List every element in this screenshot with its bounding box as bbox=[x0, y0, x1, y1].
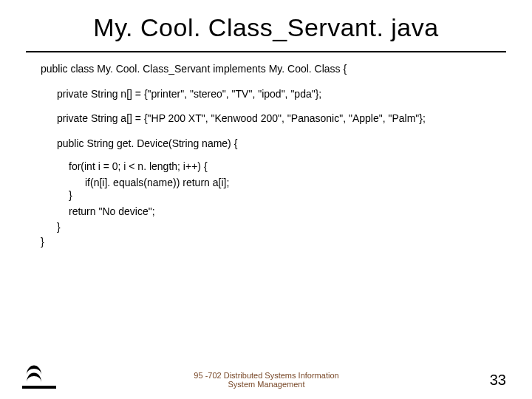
svg-rect-0 bbox=[22, 386, 56, 389]
footer-line2: System Management bbox=[228, 380, 305, 389]
method-declaration: public String get. Device(String name) { bbox=[57, 137, 517, 151]
footer-line1: 95 -702 Distributed Systems Information bbox=[194, 371, 338, 380]
slide-footer: 95 -702 Distributed Systems Information … bbox=[0, 359, 532, 389]
title-rule bbox=[26, 51, 506, 52]
logo-icon bbox=[22, 359, 56, 389]
method-close: } bbox=[57, 221, 517, 234]
page-number: 33 bbox=[477, 372, 506, 389]
field-n: private String n[] = {"printer", "stereo… bbox=[57, 88, 517, 101]
footer-text: 95 -702 Distributed Systems Information … bbox=[56, 371, 477, 389]
field-a: private String a[] = {"HP 200 XT", "Kenw… bbox=[57, 112, 517, 126]
for-close: } bbox=[69, 189, 517, 202]
if-line: if(n[i]. equals(name)) return a[i]; bbox=[85, 177, 517, 190]
return-line: return "No device"; bbox=[69, 205, 517, 219]
code-block: public class My. Cool. Class_Servant imp… bbox=[41, 63, 517, 248]
class-close: } bbox=[41, 236, 517, 249]
slide-title: My. Cool. Class_Servant. java bbox=[0, 13, 532, 42]
for-line: for(int i = 0; i < n. length; i++) { bbox=[69, 160, 517, 174]
class-declaration: public class My. Cool. Class_Servant imp… bbox=[41, 63, 517, 76]
